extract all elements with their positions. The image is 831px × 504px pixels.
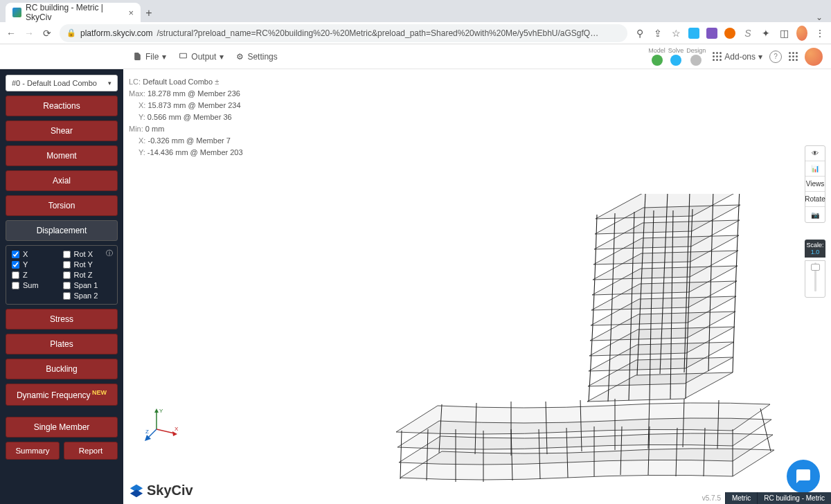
buckling-button[interactable]: Buckling (6, 359, 118, 379)
shear-button[interactable]: Shear (6, 120, 118, 141)
svg-marker-25 (154, 408, 159, 413)
apps-icon[interactable] (789, 52, 798, 61)
gear-icon: ⚙ (236, 52, 244, 62)
output-menu[interactable]: Output▾ (179, 52, 224, 62)
extension-icon-2[interactable] (706, 28, 717, 39)
lock-icon: 🔒 (66, 28, 76, 37)
tab-title: RC building - Metric | SkyCiv (26, 3, 124, 22)
axis-triad: Y X Z (144, 407, 179, 442)
check-rotz[interactable]: Rot Z (63, 271, 112, 279)
units-chip[interactable]: Metric (725, 492, 757, 504)
help-icon[interactable]: ? (769, 51, 782, 63)
share-icon[interactable]: ⇪ (652, 28, 663, 39)
grid-icon (713, 52, 722, 61)
torsion-button[interactable]: Torsion (6, 195, 118, 216)
check-span2[interactable]: Span 2 (63, 291, 112, 300)
chat-bubble[interactable] (787, 460, 820, 493)
solve-icon (670, 55, 681, 66)
svg-line-1 (400, 431, 402, 479)
single-member-button[interactable]: Single Member (6, 417, 118, 438)
profile-avatar[interactable] (796, 26, 807, 41)
info-icon[interactable]: ⓘ (106, 249, 113, 258)
mode-solve[interactable]: Solve (668, 47, 684, 66)
extension-icon-4[interactable]: S (742, 28, 753, 39)
file-menu[interactable]: File▾ (133, 52, 166, 62)
screenshot-button[interactable]: 📷 (805, 207, 825, 222)
svg-text:X: X (175, 426, 179, 432)
viewport-3d[interactable]: LC: Default Load Combo ± Max: 18.278 mm … (123, 69, 831, 504)
output-icon (179, 52, 188, 61)
svg-line-14 (760, 408, 771, 451)
search-icon[interactable]: ⚲ (634, 28, 645, 39)
report-button[interactable]: Report (64, 442, 118, 460)
extension-icon-1[interactable] (688, 28, 699, 39)
check-span1[interactable]: Span 1 (63, 281, 112, 289)
results-sidebar: #0 - Default Load Combo Reactions Shear … (0, 69, 123, 504)
extension-icon-3[interactable] (724, 28, 735, 39)
moment-button[interactable]: Moment (6, 145, 118, 166)
addons-menu[interactable]: Add-ons▾ (713, 52, 762, 62)
chat-icon (795, 468, 812, 485)
design-icon (690, 55, 702, 66)
url-input[interactable]: 🔒 platform.skyciv.com/structural?preload… (60, 24, 627, 42)
visibility-button[interactable]: 👁 (805, 146, 825, 161)
check-sum[interactable]: Sum (12, 281, 61, 289)
slider-thumb[interactable] (811, 264, 820, 271)
version-label: v5.7.5 (702, 494, 721, 502)
close-icon[interactable]: × (128, 8, 134, 18)
check-z[interactable]: Z (12, 271, 61, 279)
skyciv-logo: SkyCiv (129, 483, 193, 498)
new-tab-button[interactable]: + (141, 4, 157, 22)
check-y[interactable]: Y (12, 260, 61, 269)
app-toolbar: File▾ Output▾ ⚙ Settings Model Solve Des… (0, 44, 831, 69)
mode-design[interactable]: Design (686, 47, 706, 66)
svg-marker-27 (172, 431, 177, 436)
chart-button[interactable]: 📊 (805, 161, 825, 177)
summary-button[interactable]: Summary (6, 442, 60, 460)
tabs-dropdown-icon[interactable]: ⌄ (816, 12, 823, 22)
extensions-icon[interactable]: ✦ (760, 28, 771, 39)
camera-icon: 📷 (811, 211, 819, 219)
axial-button[interactable]: Axial (6, 170, 118, 191)
plates-button[interactable]: Plates (6, 334, 118, 354)
url-path: /structural?preload_name=RC%20building%2… (157, 28, 598, 38)
user-avatar[interactable] (805, 48, 823, 66)
dynamic-frequency-button[interactable]: Dynamic Frequency (6, 384, 118, 406)
model-icon (652, 55, 663, 66)
svg-text:Y: Y (159, 408, 163, 414)
reactions-button[interactable]: Reactions (6, 96, 118, 116)
stress-button[interactable]: Stress (6, 309, 118, 330)
check-rotx[interactable]: Rot X (63, 250, 112, 258)
chrome-menu-icon[interactable]: ⋮ (814, 28, 825, 39)
displacement-button[interactable]: Displacement (6, 220, 118, 241)
address-actions: ⚲ ⇪ ☆ S ✦ ◫ ⋮ (634, 26, 825, 41)
views-button[interactable]: Views (805, 177, 825, 192)
model-name-chip[interactable]: RC building - Metric (757, 492, 831, 504)
back-icon[interactable]: ← (6, 28, 17, 39)
eye-icon: 👁 (812, 150, 819, 157)
logo-icon (129, 483, 144, 498)
bookmark-icon[interactable]: ☆ (670, 28, 681, 39)
url-host: platform.skyciv.com (80, 28, 152, 38)
file-icon (133, 52, 142, 61)
reload-icon[interactable]: ⟳ (42, 28, 53, 39)
load-combo-select[interactable]: #0 - Default Load Combo (6, 75, 118, 91)
check-x[interactable]: X (12, 250, 61, 258)
tab-favicon (12, 8, 21, 17)
check-roty[interactable]: Rot Y (63, 260, 112, 269)
settings-menu[interactable]: ⚙ Settings (236, 52, 277, 62)
model-wireframe (386, 194, 774, 504)
scale-slider[interactable] (805, 260, 825, 298)
displacement-options: ⓘ X Rot X Y Rot Y Z Rot Z Sum Span 1 Spa… (6, 245, 118, 305)
lc-info-panel: LC: Default Load Combo ± Max: 18.278 mm … (129, 76, 243, 159)
svg-line-26 (157, 429, 175, 433)
browser-tab-strip: RC building - Metric | SkyCiv × + ⌄ (0, 0, 831, 22)
browser-tab[interactable]: RC building - Metric | SkyCiv × (6, 3, 141, 22)
rotate-button[interactable]: Rotate (805, 192, 825, 207)
panel-icon[interactable]: ◫ (778, 28, 789, 39)
view-tools: 👁 📊 Views Rotate 📷 (805, 145, 825, 223)
forward-icon: → (24, 28, 35, 39)
chart-icon: 📊 (811, 165, 819, 172)
mode-model[interactable]: Model (648, 47, 665, 66)
scale-label: Scale: 1.0 (805, 240, 825, 258)
